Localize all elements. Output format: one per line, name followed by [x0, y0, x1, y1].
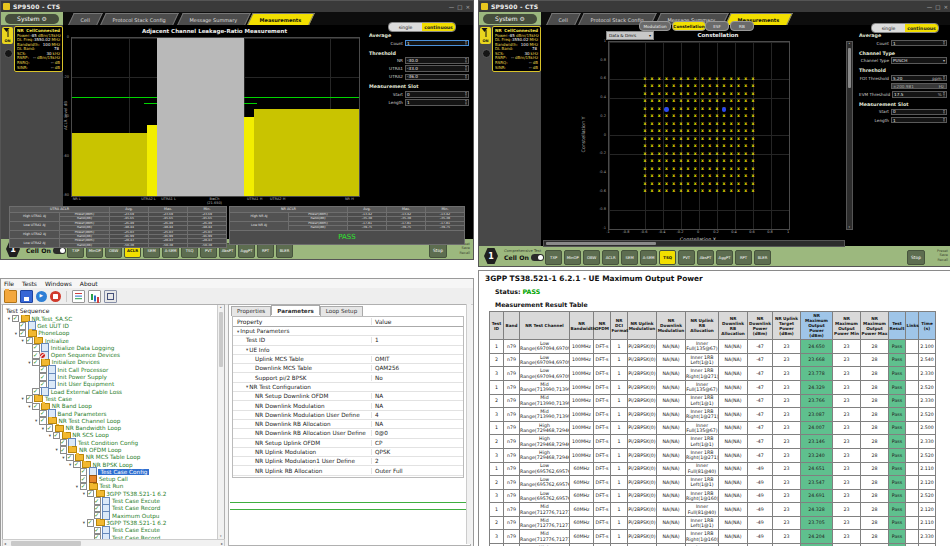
stop-icon[interactable] [50, 291, 61, 302]
param-input-count[interactable]: 1▴▾ [891, 40, 947, 47]
tree-item-nr-test-channel-loop[interactable]: ▾NR Test Channel Loop [3, 417, 217, 424]
tab-parameters[interactable]: Parameters [271, 305, 319, 315]
tree-item-test-case-config[interactable]: Test Case Config [3, 468, 217, 475]
checkbox-checked[interactable] [32, 359, 39, 366]
system-button[interactable]: System⚙ [483, 14, 537, 24]
tree-item-test-condition-config[interactable]: Test Condition Config [3, 439, 217, 446]
tree-horizontal-scrollbar[interactable]: ◂▸ [2, 539, 225, 546]
stepper[interactable]: ▴▾ [465, 100, 467, 104]
measurement-button-bler[interactable]: BLER [754, 250, 771, 265]
source-dropdown[interactable]: Data & Dmrs▾ [606, 31, 654, 40]
param-input-channel-type[interactable]: PUSCH▾ [891, 57, 947, 64]
tree-item-nr-mcs-table-loop[interactable]: ▾NR MCS Table Loop [3, 454, 217, 461]
parameter-row[interactable]: NR Downlink RB AllocationNA [233, 420, 463, 429]
menu-windows[interactable]: Windows [45, 280, 72, 287]
measurement-button-a-sem[interactable]: A-SEM [640, 250, 657, 265]
save-icon[interactable] [20, 290, 33, 303]
horizontal-scrollbar[interactable] [543, 240, 845, 247]
stop-button[interactable]: Stop [907, 250, 925, 265]
checkbox-checked[interactable] [12, 315, 19, 322]
tree-item-init-power-supply[interactable]: Init Power Supply [3, 373, 217, 380]
report-icon[interactable] [72, 290, 85, 303]
parameter-row[interactable]: NR Downlink Modulation User Define4 [233, 411, 463, 420]
measurement-button-obw[interactable]: OBW [583, 250, 600, 265]
tree-item-nr-band-loop[interactable]: ▾NR Band Loop [3, 403, 217, 410]
param-input-nr[interactable]: -30.0▴▾ [405, 57, 469, 64]
parameter-row[interactable]: Test ID1 [233, 336, 463, 345]
results-icon[interactable] [88, 290, 101, 303]
checkbox-checked[interactable] [26, 395, 33, 402]
param-input-length[interactable]: 1▴▾ [891, 117, 947, 124]
parameter-row[interactable]: Uplink MCS TableOMIT [233, 355, 463, 364]
stepper[interactable]: ▴▾ [465, 75, 467, 79]
tree-item-nr-scs-loop[interactable]: ▾NR SCS Loop [3, 432, 217, 439]
measurement-button-tsq[interactable]: TSQ [659, 250, 676, 265]
tree-item-nr-bandwidth-loop[interactable]: ▾NR Bandwidth Loop [3, 424, 217, 431]
parameter-row[interactable]: Downlink MCS TableQAM256 [233, 364, 463, 373]
parameter-row[interactable]: ▾UE Info [233, 346, 463, 355]
measurement-button-txp[interactable]: TXP [545, 250, 562, 265]
checkbox-checked[interactable] [53, 432, 60, 439]
stepper[interactable]: ▴▾ [943, 41, 945, 45]
tree-item-setup-call[interactable]: Setup Call [3, 476, 217, 483]
tab-message-summary[interactable]: Message Summary [177, 13, 250, 25]
parameter-row[interactable]: NR Setup Downlink OFDMNA [233, 392, 463, 401]
run-icon[interactable] [36, 291, 47, 302]
close-button[interactable]: × [465, 4, 470, 10]
parameter-row[interactable]: NR Downlink ModulationNA [233, 401, 463, 410]
cell-on-toggle[interactable] [531, 254, 544, 261]
tab-cell[interactable]: Cell [68, 13, 103, 25]
measurement-button-minop[interactable]: MinOP [564, 250, 581, 265]
tree-item-maximum-outpu[interactable]: Maximum Outpu [3, 512, 217, 519]
parameter-row[interactable]: NR Downlink RB Allocation User Define0@0 [233, 429, 463, 438]
tree-item-band-parameters[interactable]: Band Parameters [3, 410, 217, 417]
param-input-utra2[interactable]: -36.0▴▾ [405, 74, 469, 81]
recall-label[interactable]: Recall [459, 251, 470, 256]
maximize-button[interactable]: □ [935, 4, 940, 10]
checkbox-checked[interactable] [39, 417, 46, 424]
menu-tests[interactable]: Tests [22, 280, 37, 287]
tree-item-nr-bpsk-loop[interactable]: ▾NR BPSK Loop [3, 461, 217, 468]
stepper[interactable]: ▴▾ [943, 76, 945, 80]
param-input-start[interactable]: 0▴▾ [891, 109, 947, 116]
parameter-row[interactable]: NR Uplink RB AllocationOuter Full [233, 466, 463, 475]
parameter-row[interactable]: NR Uplink RB Allocation User Define0@0 [233, 476, 463, 478]
stepper[interactable]: ▴▾ [465, 58, 467, 62]
tab-measurements[interactable]: Measurements [247, 13, 314, 25]
checkbox-checked[interactable] [32, 403, 39, 410]
tab-cell[interactable]: Cell [546, 13, 581, 25]
checkbox-checked[interactable] [87, 490, 94, 497]
tab-protocol-stack-config[interactable]: Protocol Stack Config [101, 13, 180, 25]
measurement-button-pvt[interactable]: PVT [678, 250, 695, 265]
tree-item-init-call-processor[interactable]: Init Call Processor [3, 366, 217, 373]
stepper[interactable]: ▴▾ [943, 92, 945, 96]
tree-item-test-run[interactable]: ▾Test Run [3, 483, 217, 490]
stepper[interactable]: ▴▾ [465, 66, 467, 70]
parameter-row[interactable]: Support pi/2 BPSKNo [233, 373, 463, 382]
stepper[interactable]: ▴▾ [943, 110, 945, 114]
view-button-constellation[interactable]: Constellation [672, 21, 706, 31]
measurement-button-abspt[interactable]: AbsPT [697, 250, 714, 265]
checkbox-checked[interactable] [60, 446, 67, 453]
checkbox-checked[interactable] [46, 424, 53, 431]
measurement-button-rpt[interactable]: RPT [735, 250, 752, 265]
close-button[interactable]: × [943, 4, 948, 10]
recall-label[interactable]: Recall [937, 258, 948, 263]
maximize-button[interactable]: □ [457, 4, 462, 10]
open-folder-icon[interactable] [4, 290, 17, 303]
param-input-count[interactable]: 1▴▾ [405, 40, 469, 47]
parameter-row[interactable]: NR Uplink ModulationQPSK [233, 448, 463, 457]
checkbox-checked[interactable] [19, 330, 26, 337]
parameter-row[interactable]: ▾Input Parameters [233, 327, 463, 336]
stepper[interactable]: ▴▾ [943, 118, 945, 122]
tree-vertical-scrollbar[interactable]: ▴▾ [217, 305, 225, 539]
parameter-row[interactable]: NR Setup Uplink OFDMCP [233, 439, 463, 448]
parameter-row[interactable]: NR Uplink Modulation1 User Define2 [233, 457, 463, 466]
view-button-rb[interactable]: RB [730, 21, 754, 31]
tree-item-nr-ofdm-loop[interactable]: ▾NR OFDM Loop [3, 446, 217, 453]
menu-about[interactable]: About [80, 280, 98, 287]
param-input-length[interactable]: 1▴▾ [405, 99, 469, 106]
measurement-button-sem[interactable]: SEM [621, 250, 638, 265]
fullscreen-icon[interactable] [104, 290, 117, 303]
cell-on-toggle[interactable] [53, 247, 66, 254]
